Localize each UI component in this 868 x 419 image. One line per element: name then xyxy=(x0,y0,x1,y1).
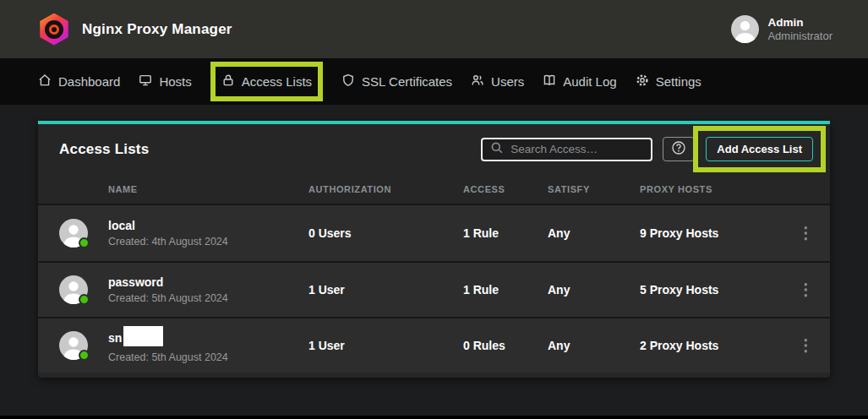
app-logo-icon xyxy=(38,14,70,46)
status-online-dot xyxy=(79,294,90,305)
access-lists-panel: Access Lists xyxy=(38,121,830,378)
table-row: sn Created: 5th August 2024 1 User 0 Rul… xyxy=(38,317,830,373)
screen-bottom-edge xyxy=(0,416,868,419)
cell-proxy-hosts: 5 Proxy Hosts xyxy=(640,283,782,297)
access-list-created: Created: 5th August 2024 xyxy=(108,351,228,363)
access-list-name: sn xyxy=(108,330,122,344)
row-actions-kebab-icon[interactable]: ⋮ xyxy=(782,284,830,296)
column-header-authorization: AUTHORIZATION xyxy=(308,184,463,194)
app-title: Nginx Proxy Manager xyxy=(82,21,232,38)
cell-access: 1 Rule xyxy=(463,283,548,297)
gear-icon xyxy=(636,73,649,90)
nav-item-settings[interactable]: Settings xyxy=(636,73,701,90)
lock-icon xyxy=(221,73,235,90)
cell-proxy-hosts: 2 Proxy Hosts xyxy=(640,339,782,352)
nav-item-hosts[interactable]: Hosts xyxy=(139,73,191,90)
help-icon xyxy=(671,140,686,158)
user-avatar xyxy=(731,15,759,43)
book-icon xyxy=(543,73,556,90)
status-online-dot xyxy=(79,237,90,248)
content-area: Access Lists xyxy=(0,105,868,416)
nav-item-label: Audit Log xyxy=(563,74,616,89)
home-icon xyxy=(38,73,52,90)
cell-satisfy: Any xyxy=(548,226,640,240)
app-header: Nginx Proxy Manager Admin Administrator xyxy=(0,0,868,58)
panel-header: Access Lists xyxy=(38,124,830,174)
cell-access: 0 Rules xyxy=(463,339,548,352)
search-input[interactable] xyxy=(510,143,643,155)
annotation-highlight-access-lists: Access Lists xyxy=(210,62,323,101)
cell-satisfy: Any xyxy=(548,339,640,352)
column-header-name: NAME xyxy=(38,184,308,194)
access-list-created: Created: 5th August 2024 xyxy=(108,292,228,304)
table-row: local Created: 4th August 2024 0 Users 1… xyxy=(38,205,830,261)
search-box xyxy=(481,138,652,161)
table-row: password Created: 5th August 2024 1 User… xyxy=(38,261,830,317)
nav-item-dashboard[interactable]: Dashboard xyxy=(38,73,120,90)
status-online-dot xyxy=(79,350,90,361)
nav-item-label: Dashboard xyxy=(58,74,120,89)
column-header-proxy-hosts: PROXY HOSTS xyxy=(640,184,782,194)
access-list-created: Created: 4th August 2024 xyxy=(108,236,228,248)
redaction-box xyxy=(123,326,163,346)
user-menu[interactable]: Admin Administrator xyxy=(731,15,833,43)
cell-authorization: 1 User xyxy=(308,339,463,352)
help-button[interactable] xyxy=(663,137,695,161)
search-icon xyxy=(490,141,504,158)
add-access-list-button[interactable]: Add Access List xyxy=(706,137,813,161)
cell-proxy-hosts: 9 Proxy Hosts xyxy=(640,226,782,240)
monitor-icon xyxy=(139,73,152,90)
column-header-access: ACCESS xyxy=(463,184,548,194)
nav-item-label: SSL Certificates xyxy=(362,74,452,89)
main-nav: Dashboard Hosts Access Lists SSL Certifi… xyxy=(0,58,868,105)
nav-item-access-lists[interactable]: Access Lists xyxy=(221,73,312,90)
cell-authorization: 1 User xyxy=(308,283,463,297)
nav-item-label: Hosts xyxy=(159,74,191,89)
nav-item-audit-log[interactable]: Audit Log xyxy=(543,73,616,90)
users-icon xyxy=(471,73,484,90)
row-actions-kebab-icon[interactable]: ⋮ xyxy=(782,340,830,351)
nav-item-label: Users xyxy=(491,74,524,89)
row-avatar xyxy=(59,219,88,248)
column-header-satisfy: SATISFY xyxy=(548,184,640,194)
access-list-name: local xyxy=(108,219,228,233)
table-header: NAME AUTHORIZATION ACCESS SATISFY PROXY … xyxy=(38,174,830,205)
user-role: Administrator xyxy=(767,30,833,43)
nav-item-label: Settings xyxy=(656,74,701,89)
shield-icon xyxy=(341,73,355,90)
row-avatar xyxy=(59,275,88,304)
cell-authorization: 0 Users xyxy=(308,226,463,240)
brand: Nginx Proxy Manager xyxy=(38,14,232,46)
user-name: Admin xyxy=(767,16,833,30)
row-actions-kebab-icon[interactable]: ⋮ xyxy=(782,227,830,239)
panel-title: Access Lists xyxy=(59,141,149,158)
cell-access: 1 Rule xyxy=(463,226,548,240)
nav-item-ssl-certificates[interactable]: SSL Certificates xyxy=(341,73,452,90)
nav-item-users[interactable]: Users xyxy=(471,73,524,90)
cell-satisfy: Any xyxy=(548,283,640,297)
annotation-highlight-add-access-list: Add Access List xyxy=(693,126,826,172)
nav-item-label: Access Lists xyxy=(242,74,312,89)
access-list-name: password xyxy=(108,275,228,290)
row-avatar xyxy=(59,331,88,360)
